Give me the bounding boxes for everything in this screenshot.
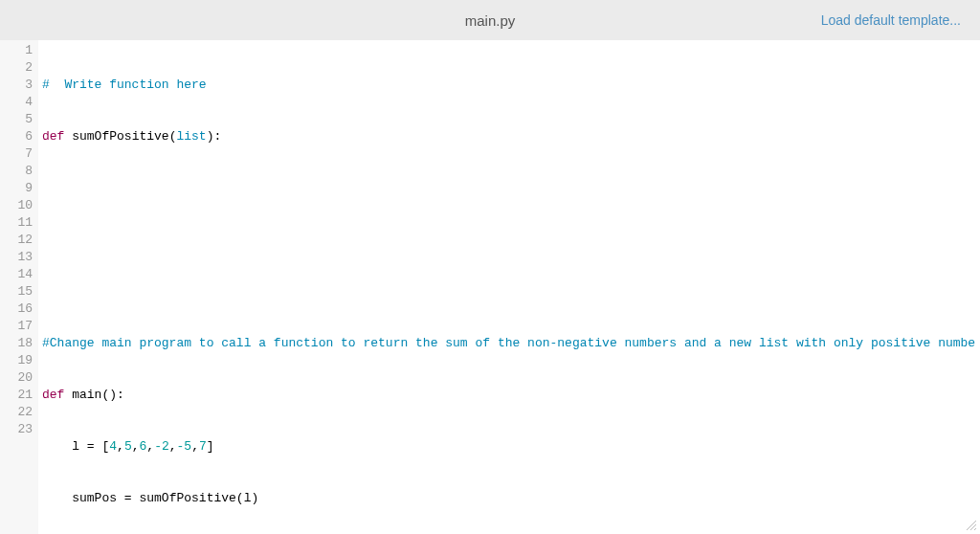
line-number: 17 (0, 318, 33, 335)
file-title: main.py (465, 12, 516, 29)
code-line[interactable]: # Write function here (42, 77, 980, 94)
line-number: 21 (0, 387, 33, 404)
line-number: 5 (0, 111, 33, 128)
keyword-token: def (42, 129, 72, 144)
line-number: 12 (0, 232, 33, 249)
param-token: list (176, 129, 206, 144)
line-number: 22 (0, 404, 33, 421)
op-token: = (87, 439, 102, 454)
line-number: 7 (0, 145, 33, 163)
function-name-token: main (72, 388, 101, 402)
line-number: 15 (0, 283, 33, 300)
code-line[interactable]: def main(): (42, 387, 980, 404)
line-number: 9 (0, 180, 33, 197)
line-number: 18 (0, 335, 33, 352)
punct-token: ): (207, 129, 222, 144)
line-number: 19 (0, 352, 33, 369)
code-line[interactable]: l = [4,5,6,-2,-5,7] (42, 438, 980, 456)
line-number: 2 (0, 59, 33, 77)
line-number: 4 (0, 94, 33, 111)
line-number: 13 (0, 249, 33, 266)
code-line[interactable]: sumPos = sumOfPositive(l) (42, 490, 980, 507)
comment-token: # Write function here (42, 78, 207, 92)
code-editor[interactable]: 1 2 3 4 5 6 7 8 9 10 11 12 13 14 15 16 1… (0, 40, 980, 534)
line-number: 11 (0, 214, 33, 232)
code-line[interactable] (42, 180, 980, 197)
line-number: 23 (0, 421, 33, 438)
code-line[interactable]: #Change main program to call a function … (42, 335, 980, 352)
keyword-token: def (42, 388, 72, 402)
line-number-gutter: 1 2 3 4 5 6 7 8 9 10 11 12 13 14 15 16 1… (0, 40, 38, 534)
editor-header: main.py Load default template... (0, 0, 980, 40)
code-line[interactable]: def sumOfPositive(list): (42, 128, 980, 145)
code-line[interactable] (42, 283, 980, 300)
line-number: 20 (0, 369, 33, 387)
comment-token: #Change main program to call a function … (42, 336, 975, 350)
punct-token: (): (101, 388, 123, 402)
line-number: 14 (0, 266, 33, 283)
code-text-area[interactable]: # Write function here def sumOfPositive(… (38, 40, 980, 534)
function-name-token: sumOfPositive (72, 129, 168, 144)
line-number: 8 (0, 163, 33, 180)
line-number: 6 (0, 128, 33, 145)
line-number: 10 (0, 197, 33, 214)
line-number: 16 (0, 300, 33, 318)
line-number: 3 (0, 77, 33, 94)
code-line[interactable] (42, 232, 980, 249)
line-number: 1 (0, 42, 33, 59)
load-template-link[interactable]: Load default template... (821, 12, 961, 28)
var-token: l (72, 439, 87, 454)
